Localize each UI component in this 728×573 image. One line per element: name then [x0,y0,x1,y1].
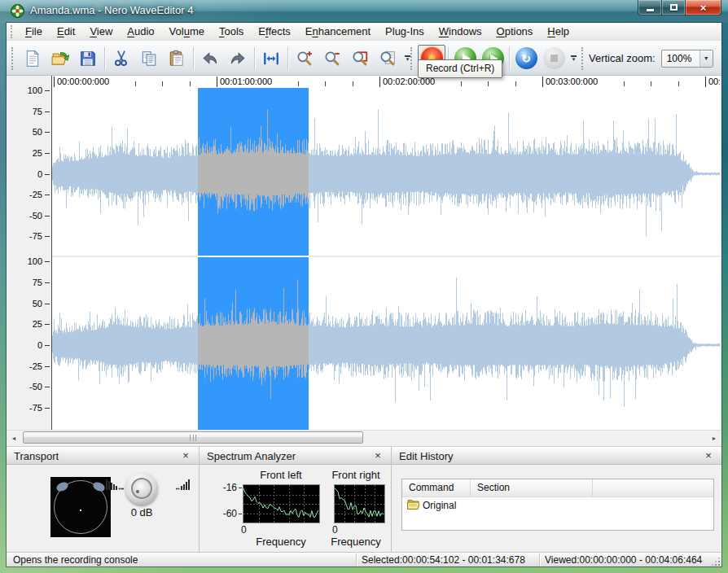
paste-icon [168,50,186,68]
spectrum-y-tick [239,488,242,488]
menu-item-view[interactable]: View [82,23,120,41]
stop-icon [543,47,565,69]
scale-label: 50 [7,127,42,137]
save-button[interactable] [74,45,102,72]
column-header-command[interactable]: Command [402,479,471,496]
menu-item-audio[interactable]: Audio [120,23,161,41]
status-divider [356,553,357,566]
scale-label: -50 [7,382,42,391]
close-button[interactable]: × [685,0,721,15]
timeline-ruler[interactable]: 00:00:00:00000:01:00:00000:02:00:00000:0… [7,76,721,88]
spectrum-x-zero: 0 [332,524,338,536]
menu-item-tools[interactable]: Tools [212,23,251,41]
waveform-canvas[interactable] [51,88,720,430]
ruler-major-tick [379,77,380,87]
scrollbar-thumb[interactable] [23,431,363,444]
undo-icon [201,50,219,68]
chevron-down-icon[interactable]: ▼ [699,50,713,67]
scrollbar-grip-icon [190,435,196,441]
stop-button[interactable] [540,45,568,72]
column-header-section[interactable]: Section [471,479,593,496]
menu-item-help[interactable]: Help [540,23,577,41]
vertical-zoom-group: Vertical zoom: 100% ▼ [581,44,713,72]
close-icon[interactable]: × [702,449,715,462]
spectrum-y-bottom: -60 [211,508,237,519]
copy-icon [140,50,158,68]
scale-tick [45,112,50,112]
cut-button[interactable] [107,45,135,72]
toolbar-separator [509,47,510,70]
toolbar-separator [193,47,194,70]
menu-item-options[interactable]: Options [489,23,541,41]
scale-tick [45,153,50,154]
toolbar-separator [104,47,105,70]
window-title: Amanda.wma - Nero WaveEditor 4 [30,4,193,16]
zoom-out-button[interactable] [318,45,346,72]
ruler-label: 00:00:00:000 [55,77,111,87]
ruler-minor-tick [325,81,326,86]
app-icon [11,4,24,18]
loop-button[interactable]: ↻ [512,45,540,72]
status-bar: Opens the recording console Selected:00:… [7,552,721,566]
resize-grip[interactable] [712,558,720,566]
menu-item-effects[interactable]: Effects [251,23,298,41]
close-icon[interactable]: × [371,449,384,462]
toolbar-grip[interactable] [11,47,15,70]
ruler-major-tick [542,77,543,87]
loop-icon: ↻ [515,47,537,69]
scale-tick [45,261,50,262]
client-area: FileEditViewAudioVolumeToolsEffectsEnhan… [7,23,721,566]
menu-item-edit[interactable]: Edit [50,23,82,41]
history-panel-header[interactable]: Edit History × [392,446,721,465]
undo-button[interactable] [196,45,224,72]
maximize-icon [670,4,678,11]
zoom-document-button[interactable] [374,45,401,72]
scroll-right-button[interactable]: ► [707,431,721,444]
vertical-zoom-select[interactable]: 100% ▼ [661,50,713,68]
horizontal-scrollbar[interactable]: ◄ ► [7,430,721,444]
toolbar-grip[interactable] [410,47,414,70]
new-document-button[interactable] [19,45,46,72]
column-header-blank[interactable] [593,479,713,496]
new-document-icon [24,50,42,68]
maximize-button[interactable] [662,0,685,15]
scale-tick [45,90,50,91]
ruler-major-tick [54,77,55,87]
history-table-rows: Original [402,497,713,514]
menu-item-volume[interactable]: Volume [162,23,212,41]
open-folder-button[interactable] [46,45,74,72]
menu-item-windows[interactable]: Windows [432,23,489,41]
volume-knob[interactable] [125,472,158,505]
toolbar-grip[interactable] [581,47,585,70]
goniometer-center-dot [80,510,81,511]
zoom-in-button[interactable] [291,45,318,72]
menubar-grip[interactable] [11,25,13,38]
open-folder-icon [51,50,69,68]
menu-item-file[interactable]: File [18,23,50,41]
vertical-zoom-value: 100% [662,53,699,64]
status-selected: Selected:00:00:54:102 - 00:01:34:678 [362,554,525,566]
spectrum-canvas-front-left [243,484,320,523]
transport-panel: Transport × 0 dB [7,446,200,552]
title-bar[interactable]: Amanda.wma - Nero WaveEditor 4 × [0,0,728,23]
transport-panel-header[interactable]: Transport × [7,446,199,465]
history-row[interactable]: Original [402,497,713,514]
close-icon: × [700,2,707,14]
ruler-minor-tick [488,81,489,86]
status-message: Opens the recording console [13,554,138,566]
paste-button[interactable] [163,45,191,72]
ruler-minor-tick [678,81,679,86]
scroll-left-button[interactable]: ◄ [7,431,21,444]
zoom-selection-button[interactable] [346,45,374,72]
copy-button[interactable] [135,45,163,72]
spectrum-panel-header[interactable]: Spectrum Analyzer × [200,446,391,465]
ruler-label: 00:01:00:000 [218,77,274,87]
zoom-out-icon [323,50,341,68]
menu-item-plug-ins[interactable]: Plug-Ins [378,23,432,41]
fit-horizontal-button[interactable] [257,45,285,72]
minimize-button[interactable] [638,0,662,15]
redo-button[interactable] [224,45,252,72]
menu-item-enhancement[interactable]: Enhancement [298,23,378,41]
close-icon[interactable]: × [179,449,192,462]
toolbar-overflow-button[interactable]: ▼ [568,45,580,72]
